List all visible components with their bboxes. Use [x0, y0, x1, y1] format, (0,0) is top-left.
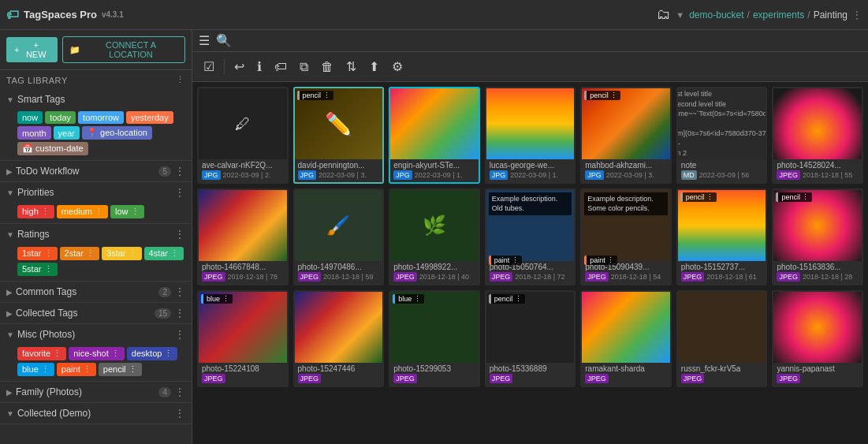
todo-more-icon[interactable]: ⋮: [174, 165, 185, 177]
item-date: 2018-12-18 | 28: [803, 273, 852, 281]
grid-item[interactable]: engin-akyurt-STe... JPG 2022-03-09 | 1.: [389, 87, 480, 184]
logo-icon: 🏷: [6, 8, 19, 22]
tag-year[interactable]: year: [54, 126, 80, 140]
tag-4star[interactable]: 4star ⋮: [144, 247, 184, 260]
bc-sep1: /: [747, 9, 750, 21]
grid-item[interactable]: pencil ⋮ mahbod-akhzami... JPG 2022-03-0…: [580, 87, 672, 184]
collected-tags-header[interactable]: ▶ Collected Tags 15 ⋮: [0, 303, 192, 323]
grid-item[interactable]: yannis-papanast JPEG: [772, 290, 863, 387]
sort-button[interactable]: ⇅: [341, 56, 361, 77]
breadcrumb-more-icon[interactable]: ⋮: [852, 9, 862, 21]
breadcrumb-folder1[interactable]: experiments: [753, 9, 804, 21]
tag-library-more-icon[interactable]: ⋮: [176, 75, 185, 85]
common-tags-more-icon[interactable]: ⋮: [174, 285, 185, 298]
misc-more-icon[interactable]: ⋮: [174, 328, 185, 341]
tag-pencil[interactable]: pencil ⋮: [99, 363, 142, 376]
family-chevron: ▶: [6, 388, 13, 397]
storage-icon[interactable]: 🗂: [657, 6, 671, 23]
tag-niceshot[interactable]: nice-shot ⋮: [69, 347, 125, 360]
tag-5star[interactable]: 5star ⋮: [17, 263, 58, 276]
copy-move-button[interactable]: ⧉: [295, 57, 313, 77]
grid-item[interactable]: lucas-george-we... JPG 2022-03-09 | 1.: [485, 87, 576, 184]
smart-tags-chevron: ▼: [6, 95, 14, 104]
grid-item[interactable]: photo-14528024... JPEG 2018-12-18 | 55: [772, 87, 863, 184]
grid-item[interactable]: photo-15247446 JPEG: [293, 290, 385, 387]
delete-button[interactable]: 🗑: [316, 57, 338, 77]
grid-item[interactable]: Example description. Some color pencils.…: [580, 188, 672, 285]
thumbnail: # First level title## Second level title…: [678, 88, 766, 159]
grid-item[interactable]: ✏️ pencil ⋮ david-pennington... JPG 2022…: [293, 87, 385, 184]
tag-paint[interactable]: paint ⋮: [57, 363, 96, 376]
breadcrumb: demo-bucket / experiments / Painting: [689, 9, 848, 21]
item-name: engin-akyurt-STe...: [393, 161, 475, 170]
item-meta: JPG 2022-03-09 | 2.: [202, 170, 284, 180]
tag-blue[interactable]: blue ⋮: [17, 363, 54, 376]
grid-item[interactable]: pencil ⋮ photo-15163836... JPEG 2018-12-…: [772, 188, 863, 285]
ratings-more-icon[interactable]: ⋮: [174, 228, 185, 241]
connect-location-button[interactable]: 📁 CONNECT A LOCATION: [62, 36, 185, 63]
tag-medium[interactable]: medium ⋮: [57, 205, 108, 218]
grid-item[interactable]: blue ⋮ photo-15224108 JPEG: [197, 290, 289, 387]
breadcrumb-folder2[interactable]: Painting: [814, 9, 848, 21]
grid-item[interactable]: pencil ⋮ photo-15152737... JPEG 2018-12-…: [676, 188, 768, 285]
tag-3star[interactable]: 3star ⋮: [102, 247, 142, 260]
ratings-header[interactable]: ▼ Ratings ⋮: [0, 224, 192, 244]
item-meta: JPEG 2018-12-18 | 55: [777, 170, 859, 180]
tag-yesterday[interactable]: yesterday: [126, 111, 173, 124]
logo-area: 🏷 TagSpaces Pro v4.3.1: [6, 8, 124, 22]
tag-favorite[interactable]: favorite ⋮: [17, 347, 66, 360]
tag-2star[interactable]: 2star ⋮: [60, 247, 100, 260]
tag-geo-location[interactable]: 📍 geo-location: [82, 126, 152, 140]
grid-item[interactable]: 🖌️ photo-14970486... JPEG 2018-12-18 | 5…: [293, 188, 385, 285]
open-button[interactable]: ↩: [229, 56, 249, 77]
tag-desktop[interactable]: desktop ⋮: [127, 347, 178, 360]
select-all-button[interactable]: ☑: [199, 56, 219, 77]
tag-custom-date[interactable]: 📅 custom-date: [17, 142, 88, 155]
collected-tags-more-icon[interactable]: ⋮: [174, 307, 185, 319]
grid-item[interactable]: ramakant-sharda JPEG: [580, 290, 672, 387]
new-button[interactable]: + + NEW: [6, 37, 58, 62]
collected-demo-header[interactable]: ▼ Collected (Demo) ⋮: [0, 403, 192, 423]
grid-item[interactable]: Example description. Old tubes. paint ⋮ …: [485, 188, 576, 285]
hamburger-icon[interactable]: ☰: [199, 33, 210, 48]
add-tags-button[interactable]: 🏷: [270, 57, 292, 77]
tag-low[interactable]: low ⋮: [110, 205, 144, 218]
grid-item[interactable]: photo-14667848... JPEG 2018-12-18 | 78: [197, 188, 289, 285]
tag-1star[interactable]: 1star ⋮: [17, 247, 58, 260]
item-type: JPG: [393, 170, 412, 180]
family-photos-header[interactable]: ▶ Family (Photos) 4 ⋮: [0, 382, 192, 402]
grid-item[interactable]: 🌿 photo-14998922... JPEG 2018-12-18 | 40: [389, 188, 480, 285]
breadcrumb-bucket[interactable]: demo-bucket: [689, 9, 743, 21]
thumbnail: 🖌️: [295, 190, 383, 261]
item-date: 2018-12-18 | 78: [228, 273, 278, 281]
item-info: photo-15336889 JPEG: [486, 363, 575, 386]
search-icon[interactable]: 🔍: [216, 33, 232, 48]
tag-tomorrow[interactable]: tomorrow: [78, 111, 124, 124]
storage-dropdown-icon[interactable]: ▼: [676, 10, 684, 20]
item-info: engin-akyurt-STe... JPG 2022-03-09 | 1.: [390, 159, 479, 182]
priorities-header[interactable]: ▼ Priorities ⋮: [0, 182, 192, 203]
grid-item[interactable]: pencil ⋮ photo-15336889 JPEG: [485, 290, 576, 387]
item-meta: JPEG 2018-12-18 | 40: [393, 272, 475, 282]
common-tags-header[interactable]: ▶ Common Tags 2 ⋮: [0, 282, 192, 302]
grid-item[interactable]: blue ⋮ photo-15299053 JPEG: [389, 290, 480, 387]
tag-today[interactable]: today: [45, 111, 76, 124]
properties-button[interactable]: ℹ: [252, 56, 266, 77]
priorities-more-icon[interactable]: ⋮: [174, 186, 185, 199]
item-date: 2018-12-18 | 72: [515, 273, 564, 281]
item-info: photo-14667848... JPEG 2018-12-18 | 78: [199, 261, 287, 284]
upload-button[interactable]: ⬆: [364, 56, 384, 77]
tag-high[interactable]: high ⋮: [17, 205, 54, 218]
family-more-icon[interactable]: ⋮: [174, 386, 185, 398]
todo-workflow-header[interactable]: ▶ ToDo Workflow 5 ⋮: [0, 161, 192, 181]
grid-item[interactable]: # First level title## Second level title…: [676, 87, 768, 184]
grid-item[interactable]: 🖊 ave-calvar-nKF2Q... JPG 2022-03-09 | 2…: [197, 87, 289, 184]
tag-month[interactable]: month: [17, 126, 51, 140]
item-info: photo-14528024... JPEG 2018-12-18 | 55: [773, 159, 862, 182]
tag-now[interactable]: now: [17, 111, 43, 124]
collected-demo-more-icon[interactable]: ⋮: [174, 407, 185, 420]
settings-button[interactable]: ⚙: [387, 56, 408, 77]
grid-item[interactable]: russn_fckr-krV5a JPEG: [676, 290, 768, 387]
misc-photos-header[interactable]: ▼ Misc (Photos) ⋮: [0, 324, 192, 345]
smart-tags-header[interactable]: ▼ Smart Tags: [0, 90, 192, 109]
